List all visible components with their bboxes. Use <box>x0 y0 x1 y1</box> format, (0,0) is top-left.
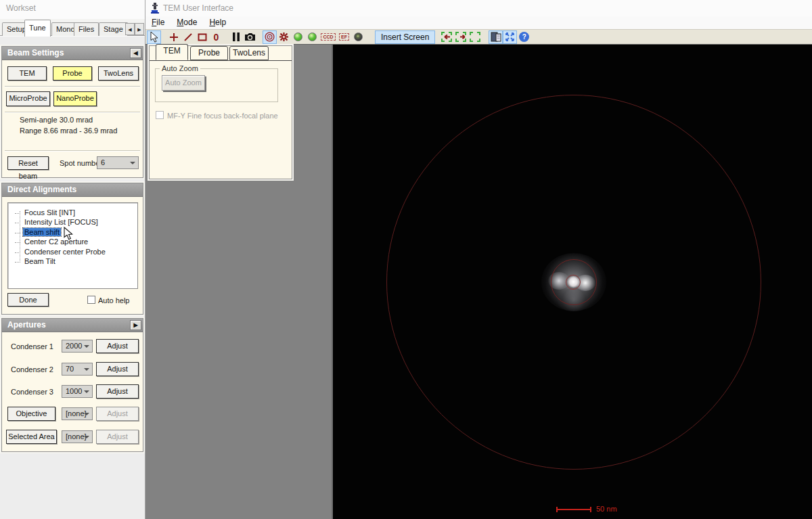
divider <box>5 86 140 87</box>
help-icon[interactable]: ? <box>517 30 531 44</box>
menu-mode[interactable]: Mode <box>171 16 203 27</box>
auto-help-checkbox[interactable] <box>87 296 95 304</box>
tab-files[interactable]: Files <box>74 22 99 36</box>
screen-retract-icon[interactable] <box>453 30 468 44</box>
objective-adjust-button[interactable]: Adjust <box>96 407 139 421</box>
dark-led-icon[interactable] <box>351 30 365 44</box>
auto-zoom-button[interactable]: Auto Zoom <box>162 75 205 91</box>
condenser2-select[interactable]: 70 <box>62 363 93 376</box>
twolens-mode-button[interactable]: TwoLens <box>98 66 139 81</box>
tab-tune[interactable]: Tune <box>24 20 51 37</box>
green-led-2-icon[interactable] <box>305 30 319 44</box>
spot-number-label: Spot number <box>60 159 102 167</box>
marker-zero-icon[interactable]: 0 <box>209 30 223 44</box>
condenser1-select[interactable]: 2000 <box>62 340 93 353</box>
objective-button[interactable]: Objective <box>7 407 55 421</box>
ef-acquire-icon[interactable]: EF <box>337 30 351 44</box>
cp-tab-probe[interactable]: Probe <box>190 46 228 60</box>
tem-mode-button[interactable]: TEM <box>7 66 47 81</box>
list-item[interactable]: Condenser center Probe <box>15 248 107 257</box>
apertures-title: Apertures <box>7 320 46 330</box>
insert-screen-button[interactable]: Insert Screen <box>375 30 435 44</box>
inner-marker-circle <box>566 275 581 290</box>
tem-titlebar: TEM User Interface <box>145 0 812 16</box>
list-item-selected[interactable]: Beam shift <box>15 228 61 238</box>
chevron-down-icon <box>84 436 89 438</box>
mfy-checkbox[interactable] <box>156 111 164 119</box>
marker-cross-icon[interactable] <box>166 30 181 44</box>
microprobe-button[interactable]: MicroProbe <box>6 91 50 106</box>
condenser1-adjust-button[interactable]: Adjust <box>96 339 139 353</box>
app-icon <box>150 3 160 14</box>
range-readout: Range 8.66 mrad - 36.9 mrad <box>20 127 117 135</box>
auto-help-label: Auto help <box>98 296 129 304</box>
list-item[interactable]: Beam Tilt <box>15 257 57 267</box>
workset-title: Workset <box>6 3 36 13</box>
chevron-down-icon <box>84 345 89 348</box>
objective-select[interactable]: [none] <box>62 407 93 420</box>
direct-alignments-panel: Direct Alignments Focus Slit [INT] Inten… <box>1 183 143 315</box>
condenser3-adjust-button[interactable]: Adjust <box>96 384 139 399</box>
tem-window-title: TEM User Interface <box>163 3 233 13</box>
workset-tab-bar: Setup Tune Mono Files Stage ◀ ▶ <box>0 19 145 36</box>
chevron-down-icon <box>84 413 89 415</box>
tem-user-interface-window: TEM User Interface File Mode Help 0 <box>145 0 812 519</box>
screen-insert-icon[interactable] <box>439 30 453 44</box>
scalebar-line <box>556 509 591 510</box>
tab-stage[interactable]: Stage <box>99 22 128 36</box>
screen-empty-icon[interactable] <box>468 30 482 44</box>
auto-zoom-groupbox: Auto Zoom Auto Zoom <box>155 68 278 102</box>
probe-mode-button[interactable]: Probe <box>53 66 92 81</box>
selected-area-adjust-button[interactable]: Adjust <box>96 430 139 444</box>
scalebar-label: 50 nm <box>596 505 617 513</box>
alignments-listbox[interactable]: Focus Slit [INT] Intensity List [FOCUS] … <box>7 202 138 289</box>
direct-alignments-title: Direct Alignments <box>7 185 76 194</box>
condenser2-adjust-button[interactable]: Adjust <box>96 362 139 376</box>
auto-zoom-group-label: Auto Zoom <box>160 64 200 72</box>
tab-scroll-left-button[interactable]: ◀ <box>125 23 135 35</box>
list-item[interactable]: Center C2 aperture <box>15 238 89 247</box>
toolbar: 0 CCD EF Insert Screen <box>145 29 812 45</box>
marker-rectangle-icon[interactable] <box>195 30 209 44</box>
list-item[interactable]: Focus Slit [INT] <box>15 208 76 218</box>
nanoprobe-button[interactable]: NanoProbe <box>53 91 97 106</box>
camera-icon[interactable] <box>243 30 257 44</box>
apertures-expand-button[interactable]: ▶ <box>130 320 141 330</box>
center-view-icon[interactable] <box>503 30 517 44</box>
marker-line-icon[interactable] <box>181 30 195 44</box>
selected-area-button[interactable]: Selected Area <box>6 430 57 444</box>
condenser2-label: Condenser 2 <box>11 365 53 374</box>
condenser1-label: Condenser 1 <box>11 342 53 351</box>
cp-tab-twolens[interactable]: TwoLens <box>229 46 269 60</box>
divider <box>5 150 140 152</box>
select-cursor-icon[interactable] <box>147 30 161 44</box>
panels-toggle-icon[interactable] <box>489 30 503 44</box>
done-button[interactable]: Done <box>7 293 49 307</box>
ccd-acquire-icon[interactable]: CCD <box>319 30 337 44</box>
beam-flower-icon[interactable] <box>277 30 291 44</box>
spot-number-select[interactable]: 6 <box>97 156 139 169</box>
workset-window: Workset Setup Tune Mono Files Stage ◀ ▶ … <box>0 0 145 519</box>
cp-tab-tem[interactable]: TEM <box>156 44 188 60</box>
beam-target-icon[interactable] <box>263 30 277 44</box>
scalebar-right-tick <box>590 507 591 512</box>
apertures-panel: Apertures ▶ Condenser 1 2000 Adjust Cond… <box>1 318 143 452</box>
menu-help[interactable]: Help <box>203 16 232 27</box>
reset-beam-button[interactable]: Reset beam <box>7 156 49 170</box>
beam-settings-collapse-button[interactable]: ◀ <box>130 48 141 58</box>
mfy-checkbox-label: MF-Y Fine focus back-focal plane <box>167 112 278 120</box>
beam-settings-title: Beam Settings <box>7 48 64 58</box>
menu-file[interactable]: File <box>145 16 171 27</box>
pause-icon[interactable] <box>229 30 243 44</box>
menu-bar: File Mode Help <box>145 16 812 29</box>
chevron-down-icon <box>84 390 89 393</box>
divider <box>5 112 140 113</box>
tab-scroll-right-button[interactable]: ▶ <box>135 23 144 35</box>
semi-angle-readout: Semi-angle 30.0 mrad <box>20 116 93 124</box>
condenser3-select[interactable]: 1000 <box>62 385 93 398</box>
green-led-1-icon[interactable] <box>291 30 305 44</box>
list-item[interactable]: Intensity List [FOCUS] <box>15 218 99 227</box>
selected-area-select[interactable]: [none] <box>62 430 93 443</box>
tem-control-panel: TEM Probe TwoLens Auto Zoom Auto Zoom MF… <box>149 45 292 179</box>
diffraction-image-view[interactable]: 50 nm <box>332 45 812 519</box>
